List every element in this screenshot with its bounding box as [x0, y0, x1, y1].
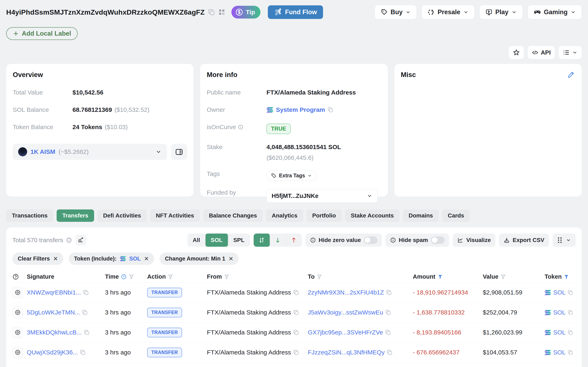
filter-icon[interactable] — [500, 274, 506, 279]
favorite-button[interactable] — [508, 46, 524, 59]
buy-button[interactable]: Buy — [375, 5, 417, 19]
filter-icon-active[interactable] — [438, 274, 443, 279]
info-icon[interactable] — [238, 124, 243, 130]
close-icon[interactable]: ✕ — [53, 255, 58, 262]
tab-defi-activities[interactable]: Defi Activities — [97, 209, 147, 222]
copy-icon[interactable] — [293, 309, 299, 315]
copy-icon[interactable] — [568, 330, 573, 335]
copy-icon[interactable] — [82, 309, 88, 315]
hide-spam-toggle[interactable] — [431, 236, 444, 244]
header-time[interactable]: Time — [105, 273, 119, 280]
copy-icon[interactable] — [293, 330, 299, 335]
token-selector[interactable]: 1K AISM (~$5.2662) — [13, 144, 167, 160]
qr-code-icon[interactable] — [218, 9, 225, 16]
header-signature[interactable]: Signature — [27, 273, 54, 280]
signature-link[interactable]: QUwjXSd29jK36... — [27, 349, 78, 356]
mode-all[interactable]: All — [187, 234, 205, 247]
header-to[interactable]: To — [308, 273, 315, 280]
copy-icon[interactable] — [80, 350, 86, 355]
header-value[interactable]: Value — [483, 273, 498, 280]
add-local-label-button[interactable]: Add Local Label — [6, 27, 78, 40]
tab-stake-accounts[interactable]: Stake Accounts — [345, 209, 400, 222]
direction-out-button[interactable] — [286, 234, 302, 247]
api-button[interactable]: API — [527, 46, 555, 59]
to-address-link[interactable]: GX7jbc95ep...3SVeHFrZVe — [308, 329, 383, 336]
tab-cards[interactable]: Cards — [442, 209, 470, 222]
tab-analytics[interactable]: Analytics — [266, 209, 303, 222]
list-menu-button[interactable] — [558, 46, 582, 59]
header-action[interactable]: Action — [147, 273, 166, 280]
filter-icon[interactable] — [224, 274, 229, 279]
column-settings-button[interactable] — [553, 234, 576, 247]
filter-icon[interactable] — [317, 274, 322, 279]
direction-both-button[interactable] — [254, 234, 270, 247]
preview-eye-button[interactable] — [12, 307, 23, 318]
copy-address-icon[interactable] — [208, 9, 215, 16]
tab-balance-changes[interactable]: Balance Changes — [203, 209, 263, 222]
mode-sol[interactable]: SOL — [205, 234, 228, 247]
token-link[interactable]: SOL — [553, 289, 565, 296]
transfer-chart-button[interactable] — [75, 235, 86, 245]
copy-icon[interactable] — [386, 290, 392, 295]
action-badge[interactable]: TRANSFER — [147, 328, 182, 337]
clear-filters-chip[interactable]: Clear Filters ✕ — [12, 252, 63, 265]
fund-flow-button[interactable]: Fund Flow — [268, 5, 323, 19]
filter-icon[interactable] — [129, 274, 134, 279]
token-include-chip[interactable]: Token (Include): SOL ✕ — [69, 252, 154, 265]
token-link[interactable]: SOL — [553, 309, 565, 316]
tab-portfolio[interactable]: Portfolio — [307, 209, 342, 222]
preview-eye-button[interactable] — [12, 327, 23, 338]
info-icon[interactable] — [66, 237, 72, 243]
copy-icon[interactable] — [568, 310, 573, 315]
close-icon[interactable]: ✕ — [144, 255, 149, 262]
tab-transfers[interactable]: Transfers — [57, 209, 94, 222]
signature-link[interactable]: 5DgLoWKJeTMN... — [27, 309, 80, 316]
to-address-link[interactable]: J5aWv3oigy...sstZwWswEu — [308, 309, 383, 316]
wallet-button[interactable] — [171, 144, 187, 160]
to-address-link[interactable]: 2zyNMr9X3N...2sXFiU4b1Z — [308, 289, 384, 296]
copy-icon[interactable] — [568, 290, 573, 295]
copy-icon[interactable] — [83, 290, 89, 295]
export-csv-button[interactable]: Export CSV — [499, 234, 549, 247]
presale-button[interactable]: Presale — [422, 5, 474, 19]
copy-icon[interactable] — [84, 330, 90, 335]
header-from[interactable]: From — [207, 273, 222, 280]
preview-eye-button[interactable] — [12, 287, 23, 298]
copy-icon[interactable] — [327, 107, 333, 113]
close-icon[interactable]: ✕ — [229, 255, 233, 262]
funded-by-select[interactable]: H5fjMT...ZuJNKe — [266, 189, 378, 203]
play-button[interactable]: Play — [480, 5, 523, 19]
copy-icon[interactable] — [387, 350, 392, 355]
filter-icon[interactable] — [168, 274, 173, 279]
mode-spl[interactable]: SPL — [228, 234, 250, 247]
copy-icon[interactable] — [385, 309, 391, 315]
token-link[interactable]: SOL — [553, 349, 565, 356]
to-address-link[interactable]: FJzzeqZSiN...qL3NfHMEQy — [308, 349, 384, 356]
owner-link[interactable]: System Program — [276, 106, 325, 113]
header-amount[interactable]: Amount — [413, 273, 435, 280]
header-token[interactable]: Token — [545, 273, 562, 280]
visualize-button[interactable]: Visualize — [453, 234, 495, 247]
copy-icon[interactable] — [293, 290, 299, 295]
help-icon[interactable] — [12, 274, 27, 280]
direction-in-button[interactable] — [270, 234, 286, 247]
edit-pencil-icon[interactable] — [567, 71, 575, 78]
tab-domains[interactable]: Domains — [403, 209, 439, 222]
token-link[interactable]: SOL — [553, 329, 565, 336]
copy-icon[interactable] — [385, 330, 391, 335]
hide-zero-toggle[interactable] — [364, 236, 377, 244]
filter-icon-active[interactable] — [564, 274, 569, 279]
action-badge[interactable]: TRANSFER — [147, 288, 182, 297]
action-badge[interactable]: TRANSFER — [147, 308, 182, 317]
extra-tags-chip[interactable]: Extra Tags — [266, 170, 317, 181]
clock-icon[interactable] — [121, 274, 127, 280]
gaming-button[interactable]: Gaming — [528, 5, 582, 19]
tip-button[interactable]: Tip — [231, 6, 260, 18]
copy-icon[interactable] — [568, 350, 573, 355]
tab-transactions[interactable]: Transactions — [6, 209, 53, 222]
action-badge[interactable]: TRANSFER — [147, 348, 182, 357]
copy-icon[interactable] — [293, 350, 299, 355]
change-amount-chip[interactable]: Change Amount: Min 1 ✕ — [160, 252, 239, 265]
signature-link[interactable]: 3MEkkDQkhwLcB... — [27, 329, 82, 336]
tab-nft-activities[interactable]: NFT Activities — [150, 209, 200, 222]
